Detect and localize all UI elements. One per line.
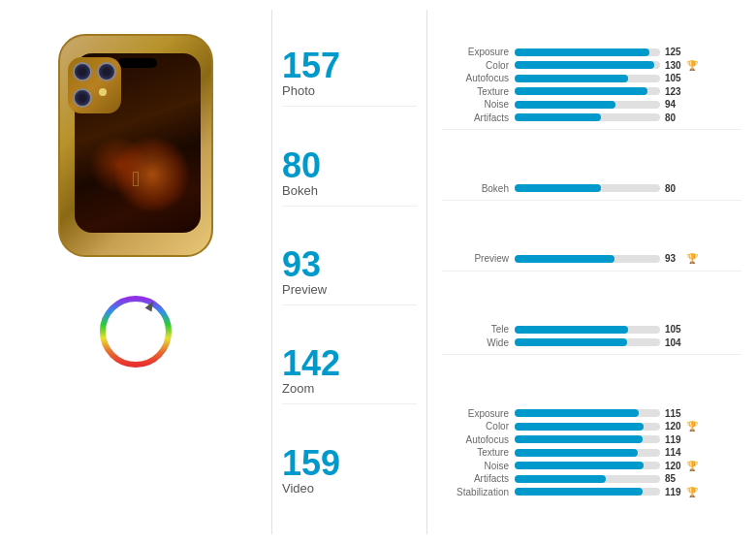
bar-track — [515, 184, 660, 192]
bar-label: Exposure — [442, 408, 515, 419]
bar-track — [515, 449, 660, 457]
phone-image:  — [48, 29, 223, 262]
bar-row: Preview 93 🏆 — [442, 253, 741, 264]
bar-track — [515, 113, 660, 121]
bars-zoom: Tele 105 Wide 104 — [442, 318, 741, 356]
camera-bump — [68, 57, 121, 113]
camera-lens-3 — [73, 88, 92, 108]
bar-fill — [515, 326, 628, 334]
bar-label: Stabilization — [442, 487, 515, 497]
bar-row: Exposure 115 — [442, 408, 741, 419]
bar-value: 105 — [660, 73, 684, 83]
bar-value: 115 — [660, 408, 684, 419]
right-panel: Exposure 125 Color 130 🏆 Autofocus 105 T… — [426, 10, 756, 534]
bar-fill — [515, 87, 647, 95]
bar-label: Exposure — [442, 47, 515, 57]
bars-photo: Exposure 125 Color 130 🏆 Autofocus 105 T… — [442, 41, 741, 131]
bar-track — [515, 48, 660, 56]
bar-fill — [515, 475, 606, 483]
bar-row: Noise 120 🏆 — [442, 461, 741, 471]
bar-fill — [515, 184, 601, 192]
bar-track — [515, 423, 660, 431]
badge-arrow — [97, 293, 174, 370]
bar-fill — [515, 48, 649, 56]
trophy-icon: 🏆 — [684, 253, 698, 264]
camera-lens-2 — [97, 62, 116, 81]
bar-value: 104 — [660, 337, 684, 348]
bar-label: Artifacts — [442, 473, 515, 484]
trophy-icon: 🏆 — [684, 487, 698, 497]
score-preview-value: 93 — [282, 247, 321, 282]
phone-body:  — [58, 34, 213, 257]
bar-fill — [515, 255, 614, 263]
bar-label: Noise — [442, 99, 515, 110]
dxomark-badge — [97, 293, 174, 375]
bar-row: Exposure 125 — [442, 47, 741, 57]
score-video-label: Video — [282, 481, 314, 496]
apple-logo:  — [132, 167, 140, 192]
bar-value: 80 — [660, 112, 684, 123]
bar-track — [515, 338, 660, 346]
bar-row: Color 120 🏆 — [442, 421, 741, 432]
bar-track — [515, 435, 660, 443]
bar-value: 119 — [660, 434, 684, 445]
bar-fill — [515, 61, 654, 69]
bar-value: 119 — [660, 487, 684, 497]
bar-row: Artifacts 85 — [442, 473, 741, 484]
bar-label: Color — [442, 60, 515, 71]
trophy-icon: 🏆 — [684, 60, 698, 71]
score-zoom: 142 Zoom — [282, 338, 417, 404]
bar-fill — [515, 462, 644, 469]
bar-fill — [515, 338, 627, 346]
bar-label: Artifacts — [442, 112, 515, 123]
bar-fill — [515, 75, 628, 82]
bar-fill — [515, 113, 601, 121]
score-preview-label: Preview — [282, 282, 327, 297]
bar-label: Texture — [442, 86, 515, 97]
bar-row: Tele 105 — [442, 324, 741, 335]
bars-video: Exposure 115 Color 120 🏆 Autofocus 119 T… — [442, 401, 741, 503]
bar-label: Autofocus — [442, 73, 515, 83]
bar-label: Autofocus — [442, 434, 515, 445]
bar-fill — [515, 488, 643, 496]
bar-row: Bokeh 80 — [442, 183, 741, 194]
score-video-value: 159 — [282, 446, 340, 481]
bar-label: Color — [442, 421, 515, 432]
bar-track — [515, 255, 660, 263]
bar-label: Texture — [442, 447, 515, 458]
bar-label: Wide — [442, 337, 515, 348]
bar-row: Autofocus 119 — [442, 434, 741, 445]
bar-row: Texture 114 — [442, 447, 741, 458]
score-zoom-label: Zoom — [282, 381, 314, 396]
bar-track — [515, 101, 660, 109]
bar-track — [515, 326, 660, 334]
score-bokeh-value: 80 — [282, 148, 321, 183]
score-photo-value: 157 — [282, 48, 340, 83]
bar-value: 120 — [660, 461, 684, 471]
bar-label: Noise — [442, 461, 515, 471]
bar-value: 114 — [660, 447, 684, 458]
bar-value: 105 — [660, 324, 684, 335]
bar-track — [515, 75, 660, 82]
bar-row: Noise 94 — [442, 99, 741, 110]
score-preview: 93 Preview — [282, 240, 417, 305]
bar-label: Bokeh — [442, 183, 515, 194]
bar-track — [515, 87, 660, 95]
bar-row: Autofocus 105 — [442, 73, 741, 83]
bar-fill — [515, 423, 644, 431]
bar-row: Artifacts 80 — [442, 112, 741, 123]
bar-label: Preview — [442, 253, 515, 264]
bar-row: Color 130 🏆 — [442, 60, 741, 71]
bar-fill — [515, 101, 615, 109]
score-zoom-value: 142 — [282, 346, 340, 381]
trophy-icon: 🏆 — [684, 461, 698, 471]
bar-row: Wide 104 — [442, 337, 741, 348]
middle-panel: 157 Photo 80 Bokeh 93 Preview 142 Zoom 1… — [271, 10, 426, 534]
bar-track — [515, 475, 660, 483]
bar-value: 125 — [660, 47, 684, 57]
bar-fill — [515, 449, 638, 457]
bar-track — [515, 409, 660, 417]
bar-value: 93 — [660, 253, 684, 264]
bar-value: 120 — [660, 421, 684, 432]
camera-flash — [99, 88, 107, 96]
